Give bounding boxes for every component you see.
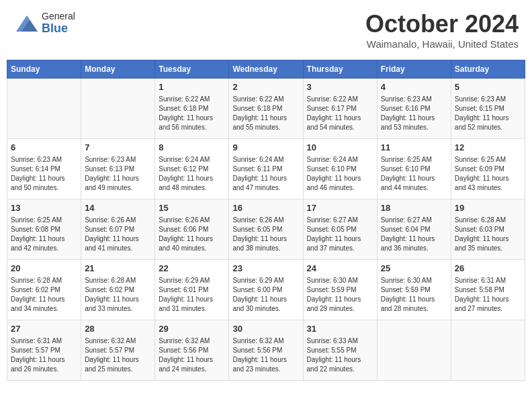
calendar-cell — [81, 79, 155, 139]
calendar-cell: 29Sunrise: 6:32 AMSunset: 5:56 PMDayligh… — [155, 320, 229, 381]
day-info: Sunrise: 6:22 AMSunset: 6:17 PMDaylight:… — [307, 95, 373, 132]
calendar-cell: 26Sunrise: 6:31 AMSunset: 5:58 PMDayligh… — [451, 260, 525, 320]
day-number: 5 — [455, 81, 521, 93]
calendar-cell: 8Sunrise: 6:24 AMSunset: 6:12 PMDaylight… — [155, 139, 229, 199]
day-number: 7 — [85, 142, 151, 154]
calendar-cell: 28Sunrise: 6:32 AMSunset: 5:57 PMDayligh… — [81, 320, 155, 381]
calendar-cell: 3Sunrise: 6:22 AMSunset: 6:17 PMDaylight… — [303, 79, 377, 139]
calendar-cell — [7, 79, 81, 139]
day-info: Sunrise: 6:23 AMSunset: 6:13 PMDaylight:… — [85, 155, 151, 193]
day-info: Sunrise: 6:28 AMSunset: 6:02 PMDaylight:… — [85, 276, 151, 314]
calendar-cell — [451, 320, 525, 381]
day-info: Sunrise: 6:24 AMSunset: 6:11 PMDaylight:… — [232, 155, 299, 193]
calendar-cell: 25Sunrise: 6:30 AMSunset: 5:59 PMDayligh… — [377, 260, 451, 320]
day-info: Sunrise: 6:32 AMSunset: 5:56 PMDaylight:… — [159, 336, 225, 374]
day-number: 8 — [159, 142, 225, 154]
day-number: 26 — [455, 263, 521, 275]
calendar-week-row: 27Sunrise: 6:31 AMSunset: 5:57 PMDayligh… — [7, 320, 525, 381]
calendar-cell: 20Sunrise: 6:28 AMSunset: 6:02 PMDayligh… — [7, 260, 81, 320]
day-number: 17 — [307, 202, 373, 214]
calendar-cell: 11Sunrise: 6:25 AMSunset: 6:10 PMDayligh… — [377, 139, 451, 199]
month-title: October 2024 — [365, 10, 519, 38]
calendar-table: SundayMondayTuesdayWednesdayThursdayFrid… — [7, 60, 525, 381]
calendar-cell: 31Sunrise: 6:33 AMSunset: 5:55 PMDayligh… — [303, 320, 377, 381]
day-info: Sunrise: 6:32 AMSunset: 5:57 PMDaylight:… — [85, 336, 151, 374]
calendar-cell: 15Sunrise: 6:26 AMSunset: 6:06 PMDayligh… — [155, 199, 229, 260]
day-info: Sunrise: 6:22 AMSunset: 6:18 PMDaylight:… — [232, 95, 299, 132]
day-number: 23 — [232, 263, 299, 275]
day-number: 28 — [85, 323, 151, 335]
column-header-sunday: Sunday — [7, 60, 81, 79]
day-number: 1 — [159, 81, 225, 93]
calendar-cell: 7Sunrise: 6:23 AMSunset: 6:13 PMDaylight… — [81, 139, 155, 199]
day-number: 13 — [11, 202, 77, 214]
day-number: 12 — [455, 142, 521, 154]
column-header-monday: Monday — [81, 60, 155, 79]
calendar-cell: 2Sunrise: 6:22 AMSunset: 6:18 PMDaylight… — [229, 79, 303, 139]
day-number: 20 — [11, 263, 77, 275]
calendar-week-row: 20Sunrise: 6:28 AMSunset: 6:02 PMDayligh… — [7, 260, 525, 320]
day-number: 31 — [307, 323, 373, 335]
location-subtitle: Waimanalo, Hawaii, United States — [365, 38, 519, 50]
day-number: 11 — [381, 142, 447, 154]
calendar-cell: 22Sunrise: 6:29 AMSunset: 6:01 PMDayligh… — [155, 260, 229, 320]
logo-blue-text: Blue — [42, 22, 75, 36]
day-info: Sunrise: 6:23 AMSunset: 6:16 PMDaylight:… — [381, 95, 447, 132]
column-header-tuesday: Tuesday — [155, 60, 229, 79]
day-number: 10 — [307, 142, 373, 154]
calendar-cell: 30Sunrise: 6:32 AMSunset: 5:56 PMDayligh… — [229, 320, 303, 381]
day-info: Sunrise: 6:29 AMSunset: 6:00 PMDaylight:… — [232, 276, 299, 314]
day-info: Sunrise: 6:27 AMSunset: 6:05 PMDaylight:… — [307, 216, 373, 253]
calendar-cell: 13Sunrise: 6:25 AMSunset: 6:08 PMDayligh… — [7, 199, 81, 260]
column-header-wednesday: Wednesday — [229, 60, 303, 79]
calendar-cell: 18Sunrise: 6:27 AMSunset: 6:04 PMDayligh… — [377, 199, 451, 260]
day-info: Sunrise: 6:23 AMSunset: 6:15 PMDaylight:… — [455, 95, 521, 132]
calendar-cell: 27Sunrise: 6:31 AMSunset: 5:57 PMDayligh… — [7, 320, 81, 381]
day-info: Sunrise: 6:25 AMSunset: 6:09 PMDaylight:… — [455, 155, 521, 193]
day-number: 6 — [11, 142, 77, 154]
day-number: 29 — [159, 323, 225, 335]
calendar-cell: 24Sunrise: 6:30 AMSunset: 5:59 PMDayligh… — [303, 260, 377, 320]
day-number: 25 — [381, 263, 447, 275]
day-number: 4 — [381, 81, 447, 93]
day-info: Sunrise: 6:24 AMSunset: 6:12 PMDaylight:… — [159, 155, 225, 193]
calendar-cell: 9Sunrise: 6:24 AMSunset: 6:11 PMDaylight… — [229, 139, 303, 199]
day-info: Sunrise: 6:31 AMSunset: 5:57 PMDaylight:… — [11, 336, 77, 374]
day-info: Sunrise: 6:23 AMSunset: 6:14 PMDaylight:… — [11, 155, 77, 193]
day-number: 30 — [232, 323, 299, 335]
logo: General Blue — [13, 10, 75, 37]
day-number: 24 — [307, 263, 373, 275]
calendar-cell: 14Sunrise: 6:26 AMSunset: 6:07 PMDayligh… — [81, 199, 155, 260]
day-number: 9 — [232, 142, 299, 154]
calendar-week-row: 6Sunrise: 6:23 AMSunset: 6:14 PMDaylight… — [7, 139, 525, 199]
calendar-header-row: SundayMondayTuesdayWednesdayThursdayFrid… — [7, 60, 525, 79]
day-info: Sunrise: 6:30 AMSunset: 5:59 PMDaylight:… — [381, 276, 447, 314]
day-info: Sunrise: 6:26 AMSunset: 6:05 PMDaylight:… — [232, 216, 299, 253]
day-info: Sunrise: 6:26 AMSunset: 6:07 PMDaylight:… — [85, 216, 151, 253]
day-info: Sunrise: 6:33 AMSunset: 5:55 PMDaylight:… — [307, 336, 373, 374]
day-info: Sunrise: 6:22 AMSunset: 6:18 PMDaylight:… — [159, 95, 225, 132]
day-number: 22 — [159, 263, 225, 275]
day-number: 14 — [85, 202, 151, 214]
day-info: Sunrise: 6:27 AMSunset: 6:04 PMDaylight:… — [381, 216, 447, 253]
calendar-cell: 4Sunrise: 6:23 AMSunset: 6:16 PMDaylight… — [377, 79, 451, 139]
calendar-cell: 16Sunrise: 6:26 AMSunset: 6:05 PMDayligh… — [229, 199, 303, 260]
day-info: Sunrise: 6:25 AMSunset: 6:10 PMDaylight:… — [381, 155, 447, 193]
calendar-cell: 1Sunrise: 6:22 AMSunset: 6:18 PMDaylight… — [155, 79, 229, 139]
calendar-week-row: 1Sunrise: 6:22 AMSunset: 6:18 PMDaylight… — [7, 79, 525, 139]
day-number: 15 — [159, 202, 225, 214]
day-number: 19 — [455, 202, 521, 214]
day-number: 18 — [381, 202, 447, 214]
day-info: Sunrise: 6:28 AMSunset: 6:02 PMDaylight:… — [11, 276, 77, 314]
calendar-cell: 19Sunrise: 6:28 AMSunset: 6:03 PMDayligh… — [451, 199, 525, 260]
calendar-cell: 6Sunrise: 6:23 AMSunset: 6:14 PMDaylight… — [7, 139, 81, 199]
day-info: Sunrise: 6:24 AMSunset: 6:10 PMDaylight:… — [307, 155, 373, 193]
day-info: Sunrise: 6:26 AMSunset: 6:06 PMDaylight:… — [159, 216, 225, 253]
calendar-cell: 5Sunrise: 6:23 AMSunset: 6:15 PMDaylight… — [451, 79, 525, 139]
column-header-saturday: Saturday — [451, 60, 525, 79]
column-header-thursday: Thursday — [303, 60, 377, 79]
day-number: 21 — [85, 263, 151, 275]
calendar-cell: 23Sunrise: 6:29 AMSunset: 6:00 PMDayligh… — [229, 260, 303, 320]
calendar-cell — [377, 320, 451, 381]
calendar-cell: 21Sunrise: 6:28 AMSunset: 6:02 PMDayligh… — [81, 260, 155, 320]
